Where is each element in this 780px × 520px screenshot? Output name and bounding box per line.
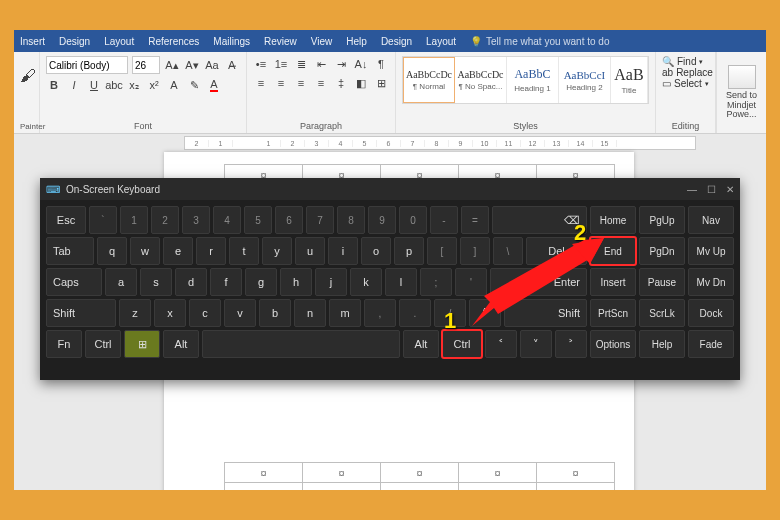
document-table-bottom[interactable]: ¤¤¤¤¤ ¤¤¤¤¤ — [224, 462, 615, 490]
key-y[interactable]: y — [262, 237, 292, 265]
key-l[interactable]: l — [385, 268, 417, 296]
key-h[interactable]: h — [280, 268, 312, 296]
key-nav[interactable]: Nav — [688, 206, 734, 234]
key-lbracket[interactable]: [ — [427, 237, 457, 265]
format-painter-icon[interactable]: 🖌 — [20, 56, 36, 96]
key-pgup[interactable]: PgUp — [639, 206, 685, 234]
key-backtick[interactable]: ` — [89, 206, 117, 234]
align-left-icon[interactable]: ≡ — [253, 75, 269, 91]
select-button[interactable]: ▭Select▾ — [662, 78, 709, 89]
shrink-font-icon[interactable]: A▾ — [184, 57, 200, 73]
key-7[interactable]: 7 — [306, 206, 334, 234]
justify-icon[interactable]: ≡ — [313, 75, 329, 91]
style-title[interactable]: AaBTitle — [611, 57, 648, 103]
key-9[interactable]: 9 — [368, 206, 396, 234]
key-w[interactable]: w — [130, 237, 160, 265]
key-up[interactable]: ˄ — [469, 299, 501, 327]
key-1[interactable]: 1 — [120, 206, 148, 234]
key-options[interactable]: Options — [590, 330, 636, 358]
key-dock[interactable]: Dock — [688, 299, 734, 327]
bullets-icon[interactable]: •≡ — [253, 56, 269, 72]
key-caps[interactable]: Caps — [46, 268, 102, 296]
key-s[interactable]: s — [140, 268, 172, 296]
key-mvup[interactable]: Mv Up — [688, 237, 734, 265]
close-icon[interactable]: ✕ — [726, 184, 734, 195]
key-j[interactable]: j — [315, 268, 347, 296]
key-i[interactable]: i — [328, 237, 358, 265]
key-home[interactable]: Home — [590, 206, 636, 234]
key-rbracket[interactable]: ] — [460, 237, 490, 265]
key-comma[interactable]: , — [364, 299, 396, 327]
key-space[interactable] — [202, 330, 400, 358]
superscript-icon[interactable]: x² — [146, 77, 162, 93]
line-spacing-icon[interactable]: ‡ — [333, 75, 349, 91]
key-a[interactable]: a — [105, 268, 137, 296]
send-to-mindjet[interactable]: Send to Mindjet Powe... — [716, 52, 766, 133]
subscript-icon[interactable]: x₂ — [126, 77, 142, 93]
maximize-icon[interactable]: ☐ — [707, 184, 716, 195]
tab-mailings[interactable]: Mailings — [213, 36, 250, 47]
key-alt-left[interactable]: Alt — [163, 330, 199, 358]
replace-button[interactable]: abReplace — [662, 67, 709, 78]
key-period[interactable]: . — [399, 299, 431, 327]
bold-icon[interactable]: B — [46, 77, 62, 93]
key-ctrl-right[interactable]: Ctrl — [442, 330, 482, 358]
key-shift-right[interactable]: Shift — [504, 299, 587, 327]
strike-icon[interactable]: abc — [106, 77, 122, 93]
underline-icon[interactable]: U — [86, 77, 102, 93]
font-name-select[interactable] — [46, 56, 128, 74]
key-m[interactable]: m — [329, 299, 361, 327]
indent-dec-icon[interactable]: ⇤ — [313, 56, 329, 72]
tab-review[interactable]: Review — [264, 36, 297, 47]
horizontal-ruler[interactable]: 21123456789101112131415 — [184, 136, 696, 150]
key-shift-left[interactable]: Shift — [46, 299, 116, 327]
key-g[interactable]: g — [245, 268, 277, 296]
key-k[interactable]: k — [350, 268, 382, 296]
key-v[interactable]: v — [224, 299, 256, 327]
multilevel-icon[interactable]: ≣ — [293, 56, 309, 72]
italic-icon[interactable]: I — [66, 77, 82, 93]
font-size-select[interactable] — [132, 56, 160, 74]
style-heading2[interactable]: AaBbCcIHeading 2 — [559, 57, 611, 103]
key-t[interactable]: t — [229, 237, 259, 265]
key-mvdn[interactable]: Mv Dn — [688, 268, 734, 296]
style-normal[interactable]: AaBbCcDc¶ Normal — [403, 57, 455, 103]
key-equals[interactable]: = — [461, 206, 489, 234]
tab-help[interactable]: Help — [346, 36, 367, 47]
key-6[interactable]: 6 — [275, 206, 303, 234]
align-right-icon[interactable]: ≡ — [293, 75, 309, 91]
tab-table-layout[interactable]: Layout — [426, 36, 456, 47]
key-del[interactable]: Del — [526, 237, 587, 265]
key-scrlk[interactable]: ScrLk — [639, 299, 685, 327]
key-minus[interactable]: - — [430, 206, 458, 234]
style-nospacing[interactable]: AaBbCcDc¶ No Spac... — [455, 57, 507, 103]
key-semicolon[interactable]: ; — [420, 268, 452, 296]
font-color-icon[interactable]: A — [206, 77, 222, 93]
key-tab[interactable]: Tab — [46, 237, 94, 265]
key-c[interactable]: c — [189, 299, 221, 327]
highlight-icon[interactable]: ✎ — [186, 77, 202, 93]
key-pause[interactable]: Pause — [639, 268, 685, 296]
key-r[interactable]: r — [196, 237, 226, 265]
key-alt-right[interactable]: Alt — [403, 330, 439, 358]
key-0[interactable]: 0 — [399, 206, 427, 234]
key-3[interactable]: 3 — [182, 206, 210, 234]
key-right[interactable]: ˃ — [555, 330, 587, 358]
pilcrow-icon[interactable]: ¶ — [373, 56, 389, 72]
key-e[interactable]: e — [163, 237, 193, 265]
key-4[interactable]: 4 — [213, 206, 241, 234]
key-o[interactable]: o — [361, 237, 391, 265]
numbering-icon[interactable]: 1≡ — [273, 56, 289, 72]
key-pgdn[interactable]: PgDn — [639, 237, 685, 265]
key-help[interactable]: Help — [639, 330, 685, 358]
key-p[interactable]: p — [394, 237, 424, 265]
sort-icon[interactable]: A↓ — [353, 56, 369, 72]
tab-design[interactable]: Design — [59, 36, 90, 47]
tab-view[interactable]: View — [311, 36, 333, 47]
key-2[interactable]: 2 — [151, 206, 179, 234]
tab-references[interactable]: References — [148, 36, 199, 47]
tab-table-design[interactable]: Design — [381, 36, 412, 47]
change-case-icon[interactable]: Aa — [204, 57, 220, 73]
key-ctrl-left[interactable]: Ctrl — [85, 330, 121, 358]
key-quote[interactable]: ' — [455, 268, 487, 296]
